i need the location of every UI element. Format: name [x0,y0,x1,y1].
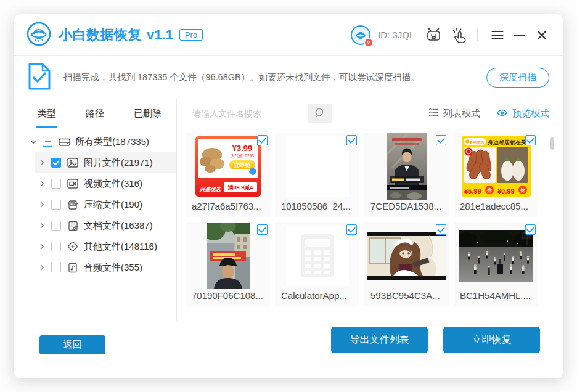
file-card[interactable]: 7CED5DA1538... [364,133,449,217]
export-file-list-button[interactable]: 导出文件列表 [331,327,428,353]
chevron-right-icon[interactable] [38,264,46,271]
tab-deleted[interactable]: 已删除 [134,99,162,128]
scan-status-bar: 扫描完成，共找到 187335 个文件（96.68GB）。如要还未找到文件，可以… [14,56,563,99]
video-icon [67,179,79,189]
toolbar-divider [477,29,478,41]
search-button[interactable] [308,104,332,123]
app-logo-icon [27,22,51,49]
search-icon [314,107,325,120]
tree-item-all-types[interactable]: 所有类型(187335) [14,131,176,152]
zip-icon: ZIP [67,200,79,210]
scrollbar-thumb[interactable] [550,137,554,150]
tree-item-audio[interactable]: 音频文件(355) [14,257,176,278]
file-card[interactable]: CalculatorApp... [275,222,359,306]
vip-badge: V [364,38,373,47]
preview-mode-toggle[interactable]: 预览模式 [496,108,549,120]
image-icon [67,158,79,168]
svg-text:兴盛优选: 兴盛优选 [199,186,222,192]
tree-item-documents[interactable]: 文档文件(16387) [14,215,176,236]
tree-item-label: 压缩文件(190) [84,199,142,211]
robot-assistant-icon[interactable] [424,26,443,44]
preview-mode-label: 预览模式 [512,108,549,120]
file-card[interactable]: ¥3.99 人气值: 6293 立即抢 兴盛优选 满39.9减4 a27f7a6… [186,133,270,217]
footer-bar: 返回 导出文件列表 立即恢复 [14,321,563,378]
tap-hand-icon[interactable] [450,26,469,44]
tree-item-label: 文档文件(16387) [84,220,153,232]
close-button[interactable] [533,27,550,44]
svg-text:¥3.99: ¥3.99 [232,144,252,153]
file-name: a27f7a6a5f763... [186,200,270,211]
file-checkbox[interactable] [525,135,536,145]
file-checkbox[interactable] [257,224,268,235]
tree-item-videos[interactable]: 视频文件(316) [14,173,176,194]
file-card[interactable]: 593BC954C3A... [364,222,449,306]
other-icon [67,241,79,252]
document-icon [67,221,79,231]
file-card[interactable]: 101850586_24... [275,133,359,217]
scan-message: 扫描完成，共找到 187335 个文件（96.68GB）。如要还未找到文件，可以… [63,71,420,83]
chevron-right-icon[interactable] [38,159,46,166]
checkbox-unchecked[interactable] [51,179,61,189]
file-card[interactable]: 美团优选 身边邻居都在买 [454,133,538,217]
minimize-button[interactable] [511,27,528,44]
file-card[interactable]: BC1H54AMHL.... [454,222,538,306]
tree-item-images[interactable]: 图片文件(21971) [14,152,176,173]
file-checkbox[interactable] [257,135,268,145]
tree-item-label: 音频文件(355) [84,262,142,274]
svg-text:¥5.99: ¥5.99 [464,187,481,195]
app-window: 小白数据恢复 v1.1 Pro V ID: 3JQI [14,14,563,378]
chevron-right-icon[interactable] [38,201,46,208]
chevron-right-icon[interactable] [38,243,46,250]
checkbox-unchecked[interactable] [51,242,61,251]
file-card[interactable]: 70190F06C108... [186,222,270,306]
tab-path[interactable]: 路径 [86,99,104,128]
file-grid: ¥3.99 人气值: 6293 立即抢 兴盛优选 满39.9减4 a27f7a6… [177,128,563,306]
user-avatar[interactable]: V [351,25,370,45]
file-name: 101850586_24... [275,200,359,211]
sidebar: 类型 路径 已删除 所有类型(187335) [14,99,177,321]
svg-text:抢: 抢 [486,187,492,193]
tree-item-others[interactable]: 其他文件(148116) [14,236,176,257]
checkbox-indeterminate[interactable] [43,137,52,147]
chevron-right-icon[interactable] [38,180,46,187]
tree-item-label: 其他文件(148116) [84,241,157,253]
sidebar-tabs: 类型 路径 已删除 [14,99,176,128]
search-input[interactable] [186,104,308,123]
svg-text:¥0.99: ¥0.99 [497,187,515,195]
file-name: 7CED5DA1538... [364,200,449,211]
file-checkbox[interactable] [436,135,446,145]
file-checkbox[interactable] [346,224,357,235]
svg-text:满39.9减4: 满39.9减4 [227,184,253,190]
content-area: 类型 路径 已删除 所有类型(187335) [14,99,563,321]
deep-scan-button[interactable]: 深度扫描 [486,68,549,88]
chevron-right-icon[interactable] [38,222,46,229]
file-checkbox[interactable] [436,224,446,235]
menu-button[interactable] [489,27,506,44]
tree-item-archives[interactable]: ZIP 压缩文件(190) [14,194,176,215]
main-panel: 列表模式 预览模式 [177,99,563,321]
recover-now-button[interactable]: 立即恢复 [443,327,540,353]
checkbox-unchecked[interactable] [51,221,61,231]
file-name: 70190F06C108... [186,290,270,301]
title-bar: 小白数据恢复 v1.1 Pro V ID: 3JQI [14,14,563,56]
list-mode-toggle[interactable]: 列表模式 [429,108,480,120]
eye-icon [496,108,508,119]
file-type-tree: 所有类型(187335) 图片文件(21971) [14,128,176,278]
list-icon [429,108,439,119]
svg-text:ZIP: ZIP [71,203,75,206]
file-name: BC1H54AMHL.... [454,290,538,301]
tab-type[interactable]: 类型 [38,99,56,128]
checkbox-unchecked[interactable] [51,200,61,210]
list-mode-label: 列表模式 [443,108,480,120]
file-checkbox[interactable] [525,224,536,235]
checkbox-checked[interactable] [51,158,61,168]
file-checkbox[interactable] [346,135,357,145]
svg-text:身边邻居都在买: 身边邻居都在买 [487,139,526,145]
back-button[interactable]: 返回 [39,335,105,354]
user-id: ID: 3JQI [378,30,412,40]
svg-text:抢: 抢 [520,187,525,193]
checkbox-unchecked[interactable] [51,263,61,272]
svg-text:立即抢: 立即抢 [233,162,251,168]
chevron-down-icon[interactable] [29,138,38,145]
svg-text:人气值: 6293: 人气值: 6293 [231,153,254,158]
